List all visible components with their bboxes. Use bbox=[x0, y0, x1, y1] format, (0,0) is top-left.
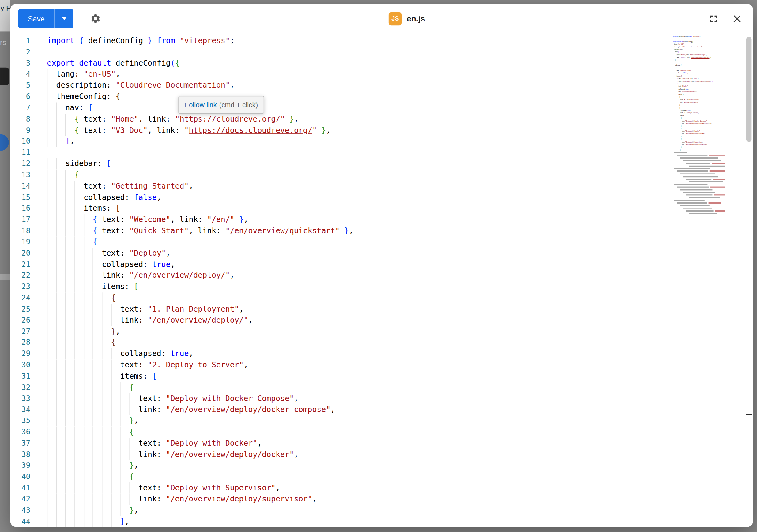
code-line: text: "1. Plan Deployment", bbox=[47, 304, 753, 315]
indent-guide bbox=[93, 393, 102, 404]
indent-guide bbox=[120, 494, 129, 505]
line-number[interactable]: 33 bbox=[11, 393, 33, 404]
line-number[interactable]: 12 bbox=[11, 158, 33, 169]
line-number[interactable]: 42 bbox=[11, 494, 33, 505]
minimap-line bbox=[673, 199, 725, 202]
line-number[interactable]: 10 bbox=[11, 136, 33, 147]
line-number[interactable]: 15 bbox=[11, 192, 33, 203]
line-number[interactable]: 22 bbox=[11, 270, 33, 281]
indent-guide bbox=[47, 80, 56, 91]
line-number[interactable]: 27 bbox=[11, 326, 33, 337]
fullscreen-button[interactable] bbox=[708, 13, 719, 24]
line-number[interactable]: 9 bbox=[11, 125, 33, 136]
scrollbar-thumb[interactable] bbox=[746, 37, 752, 142]
line-number[interactable]: 21 bbox=[11, 259, 33, 270]
line-number[interactable]: 4 bbox=[11, 69, 33, 80]
line-number[interactable]: 14 bbox=[11, 181, 33, 192]
minimap-line bbox=[673, 212, 725, 215]
line-number[interactable]: 7 bbox=[11, 102, 33, 114]
code-editor[interactable]: 1234567891011121314151617181920212223242… bbox=[11, 33, 753, 527]
indent-guide bbox=[75, 337, 84, 348]
line-number[interactable]: 11 bbox=[11, 147, 33, 158]
indent-guide bbox=[93, 259, 102, 270]
indent-guide bbox=[84, 237, 93, 248]
line-number[interactable]: 19 bbox=[11, 237, 33, 248]
indent-guide bbox=[120, 393, 129, 404]
line-number[interactable]: 38 bbox=[11, 449, 33, 460]
indent-guide bbox=[47, 326, 56, 337]
line-number[interactable]: 37 bbox=[11, 438, 33, 449]
backdrop-fragment bbox=[0, 274, 11, 280]
code-line: nav: [ bbox=[47, 102, 753, 114]
indent-guide bbox=[84, 281, 93, 293]
code-lines[interactable]: import { defineConfig } from "vitepress"… bbox=[33, 33, 753, 527]
indent-guide bbox=[93, 460, 102, 471]
line-number[interactable]: 29 bbox=[11, 348, 33, 360]
indent-guide bbox=[47, 304, 56, 315]
line-number[interactable]: 32 bbox=[11, 382, 33, 393]
save-dropdown-button[interactable] bbox=[54, 9, 74, 28]
follow-link[interactable]: Follow link bbox=[185, 101, 217, 109]
line-number[interactable]: 44 bbox=[11, 516, 33, 527]
code-link[interactable]: https://docs.cloudreve.org/ bbox=[189, 126, 312, 135]
indent-guide bbox=[120, 427, 129, 438]
line-number[interactable]: 35 bbox=[11, 415, 33, 427]
line-number[interactable]: 41 bbox=[11, 483, 33, 494]
minimap-content: import { defineConfig } from "vitepress"… bbox=[673, 35, 725, 215]
indent-guide bbox=[47, 404, 56, 416]
indent-guide bbox=[65, 181, 75, 192]
code-line: }, bbox=[47, 505, 753, 516]
settings-button[interactable] bbox=[87, 11, 104, 27]
indent-guide bbox=[75, 270, 84, 281]
minimap-line bbox=[673, 204, 725, 207]
line-number[interactable]: 1 bbox=[11, 35, 33, 46]
code-link[interactable]: https://cloudreve.org/ bbox=[180, 114, 281, 123]
line-number[interactable]: 31 bbox=[11, 371, 33, 382]
tooltip-hint: (cmd + click) bbox=[219, 101, 258, 109]
line-number[interactable]: 8 bbox=[11, 114, 33, 125]
line-number[interactable]: 43 bbox=[11, 505, 33, 516]
indent-guide bbox=[120, 471, 129, 483]
line-number[interactable]: 16 bbox=[11, 203, 33, 214]
code-line: ], bbox=[47, 516, 753, 527]
indent-guide bbox=[111, 449, 120, 460]
indent-guide bbox=[56, 382, 65, 393]
indent-guide bbox=[111, 516, 120, 527]
indent-guide bbox=[65, 270, 75, 281]
indent-guide bbox=[102, 337, 111, 348]
indent-guide bbox=[47, 158, 56, 169]
indent-guide bbox=[65, 225, 75, 237]
line-number[interactable]: 23 bbox=[11, 281, 33, 293]
indent-guide bbox=[84, 326, 93, 337]
indent-guide bbox=[56, 516, 65, 527]
line-number[interactable]: 2 bbox=[11, 46, 33, 58]
indent-guide bbox=[75, 415, 84, 427]
line-number[interactable]: 26 bbox=[11, 315, 33, 326]
minimap-line bbox=[673, 178, 725, 181]
line-number[interactable]: 28 bbox=[11, 337, 33, 348]
line-number[interactable]: 18 bbox=[11, 225, 33, 237]
indent-guide bbox=[56, 237, 65, 248]
line-number[interactable]: 40 bbox=[11, 471, 33, 483]
line-number[interactable]: 17 bbox=[11, 214, 33, 225]
minimap[interactable]: import { defineConfig } from "vitepress"… bbox=[673, 35, 725, 215]
code-line: collapsed: true, bbox=[47, 348, 753, 360]
close-button[interactable] bbox=[731, 13, 743, 25]
line-number[interactable]: 34 bbox=[11, 404, 33, 416]
indent-guide bbox=[47, 259, 56, 270]
line-number[interactable]: 6 bbox=[11, 91, 33, 103]
indent-guide bbox=[56, 114, 65, 125]
line-number[interactable]: 20 bbox=[11, 248, 33, 259]
line-number[interactable]: 3 bbox=[11, 58, 33, 69]
indent-guide bbox=[47, 460, 56, 471]
line-number[interactable]: 30 bbox=[11, 359, 33, 371]
line-number[interactable]: 36 bbox=[11, 427, 33, 438]
line-number[interactable]: 5 bbox=[11, 80, 33, 91]
save-button[interactable]: Save bbox=[18, 9, 54, 28]
line-number[interactable]: 13 bbox=[11, 169, 33, 181]
line-number[interactable]: 39 bbox=[11, 460, 33, 471]
line-number[interactable]: 24 bbox=[11, 292, 33, 304]
indent-guide bbox=[84, 259, 93, 270]
indent-guide bbox=[65, 237, 75, 248]
line-number[interactable]: 25 bbox=[11, 304, 33, 315]
